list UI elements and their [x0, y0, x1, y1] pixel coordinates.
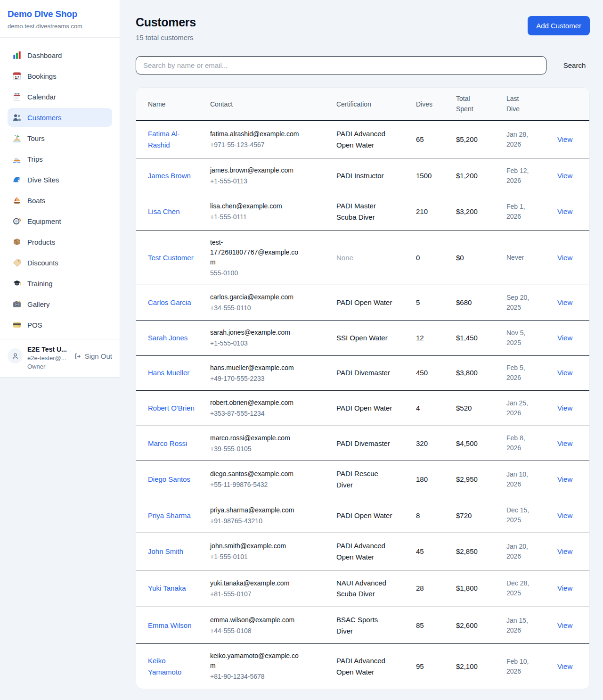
sidebar-item-label: POS: [27, 321, 42, 329]
customer-phone: +1-555-0101: [210, 552, 325, 562]
sidebar-item-trips[interactable]: Trips: [8, 149, 112, 168]
table-row: Marco Rossi marco.rossi@example.com +39-…: [136, 426, 590, 461]
view-link[interactable]: View: [557, 584, 572, 592]
view-link[interactable]: View: [557, 475, 572, 483]
customers-table: Name Contact Certification Dives Total S…: [136, 88, 590, 689]
sidebar-item-pos[interactable]: POS: [8, 315, 112, 334]
sidebar-item-equipment[interactable]: Equipment: [8, 212, 112, 231]
customer-certification: None: [336, 252, 392, 264]
sidebar-item-tours[interactable]: Tours: [8, 129, 112, 148]
customer-email: sarah.jones@example.com: [210, 328, 302, 338]
sign-out-button[interactable]: Sign Out: [74, 352, 112, 370]
view-link[interactable]: View: [557, 254, 572, 262]
customer-last-dive: Never: [506, 253, 533, 263]
customer-name-link[interactable]: Sarah Jones: [148, 332, 187, 344]
customer-total-spent: $0: [450, 230, 501, 285]
user-avatar-icon: [8, 348, 23, 363]
column-header-dives: Dives: [410, 88, 450, 121]
view-link[interactable]: View: [557, 621, 572, 629]
customer-last-dive: Feb 12, 2026: [506, 166, 533, 186]
sidebar-item-customers[interactable]: Customers: [8, 108, 112, 127]
wave-icon: [13, 175, 21, 184]
customer-name-link[interactable]: John Smith: [148, 546, 183, 557]
user-role: Owner: [27, 363, 69, 370]
camera-icon: [13, 300, 21, 308]
customers-table-card: Name Contact Certification Dives Total S…: [136, 87, 590, 689]
customer-last-dive: Sep 20, 2025: [506, 293, 533, 313]
sidebar-item-dive-sites[interactable]: Dive Sites: [8, 170, 112, 189]
main-content: Customers 15 total customers Add Custome…: [120, 0, 603, 689]
customer-name-link[interactable]: Yuki Tanaka: [148, 583, 186, 594]
customer-name-link[interactable]: Robert O'Brien: [148, 403, 195, 414]
view-link[interactable]: View: [557, 207, 572, 215]
customer-name-link[interactable]: Fatima Al-Rashid: [148, 128, 195, 150]
customer-name-link[interactable]: James Brown: [148, 170, 191, 181]
search-button[interactable]: Search: [559, 61, 590, 69]
sidebar-item-discounts[interactable]: Discounts: [8, 253, 112, 272]
page-title: Customers: [136, 16, 196, 29]
view-link[interactable]: View: [557, 404, 572, 412]
view-link[interactable]: View: [557, 298, 572, 306]
sidebar-item-gallery[interactable]: Gallery: [8, 295, 112, 313]
customer-last-dive: Jan 20, 2026: [506, 542, 533, 561]
table-row: Keiko Yamamoto keiko.yamamoto@example.co…: [136, 644, 590, 689]
table-header-row: Name Contact Certification Dives Total S…: [136, 88, 590, 121]
customer-certification: PADI Rescue Diver: [336, 468, 392, 490]
sidebar-item-label: Gallery: [27, 300, 50, 308]
add-customer-button[interactable]: Add Customer: [528, 16, 590, 35]
sidebar-item-products[interactable]: Products: [8, 232, 112, 251]
customer-name-link[interactable]: Carlos Garcia: [148, 297, 191, 308]
customer-email: yuki.tanaka@example.com: [210, 578, 302, 588]
customer-certification: SSI Open Water: [336, 332, 392, 344]
customer-name-link[interactable]: Diego Santos: [148, 474, 190, 485]
view-link[interactable]: View: [557, 135, 572, 143]
sidebar-item-dashboard[interactable]: Dashboard: [8, 46, 112, 65]
view-link[interactable]: View: [557, 334, 572, 342]
customer-last-dive: Jan 15, 2026: [506, 616, 533, 635]
column-header-last-dive: Last Dive: [501, 88, 552, 121]
customer-total-spent: $680: [450, 285, 501, 321]
shop-domain: demo.test.divestreams.com: [8, 23, 112, 30]
customer-certification: PADI Advanced Open Water: [336, 655, 392, 677]
customer-email: john.smith@example.com: [210, 541, 302, 551]
view-link[interactable]: View: [557, 511, 572, 519]
customer-phone: +34-555-0110: [210, 304, 325, 313]
sidebar-item-label: Boats: [27, 197, 45, 205]
customer-name-link[interactable]: Emma Wilson: [148, 620, 192, 631]
search-input[interactable]: [136, 56, 546, 74]
view-link[interactable]: View: [557, 369, 572, 377]
table-row: Sarah Jones sarah.jones@example.com +1-5…: [136, 320, 590, 355]
customer-total-spent: $720: [450, 498, 501, 533]
customer-certification: PADI Advanced Open Water: [336, 540, 392, 562]
sidebar-item-boats[interactable]: Boats: [8, 191, 112, 210]
sidebar-item-label: Dive Sites: [27, 176, 59, 184]
sidebar-item-bookings[interactable]: 17Bookings: [8, 66, 112, 85]
customer-email: priya.sharma@example.com: [210, 505, 302, 515]
customer-name-link[interactable]: Hans Mueller: [148, 367, 189, 379]
sidebar-item-training[interactable]: Training: [8, 274, 112, 293]
customer-name-link[interactable]: Keiko Yamamoto: [148, 655, 195, 677]
view-link[interactable]: View: [557, 172, 572, 180]
customer-name-link[interactable]: Test Customer: [148, 252, 194, 264]
table-row: Diego Santos diego.santos@example.com +5…: [136, 461, 590, 498]
column-header-certification: Certification: [331, 88, 410, 121]
sidebar-item-label: Customers: [27, 114, 62, 122]
customer-total-spent: $1,800: [450, 570, 501, 607]
customer-email: marco.rossi@example.com: [210, 433, 302, 443]
customer-phone: +1-555-0103: [210, 339, 325, 348]
shop-name[interactable]: Demo Dive Shop: [8, 9, 112, 19]
customer-phone: +44-555-0108: [210, 626, 325, 636]
view-link[interactable]: View: [557, 547, 572, 555]
view-link[interactable]: View: [557, 439, 572, 447]
sidebar-item-calendar[interactable]: Calendar: [8, 87, 112, 106]
customer-total-spent: $2,950: [450, 461, 501, 498]
customer-last-dive: Dec 28, 2025: [506, 578, 533, 598]
customer-phone: +49-170-555-2233: [210, 374, 325, 384]
customer-name-link[interactable]: Marco Rossi: [148, 438, 187, 449]
customer-name-link[interactable]: Priya Sharma: [148, 510, 191, 521]
customer-name-link[interactable]: Lisa Chen: [148, 206, 180, 217]
customer-last-dive: Nov 5, 2025: [506, 328, 533, 348]
bar-chart-icon: [13, 51, 21, 59]
view-link[interactable]: View: [557, 662, 572, 670]
customer-certification: NAUI Advanced Scuba Diver: [336, 577, 392, 600]
